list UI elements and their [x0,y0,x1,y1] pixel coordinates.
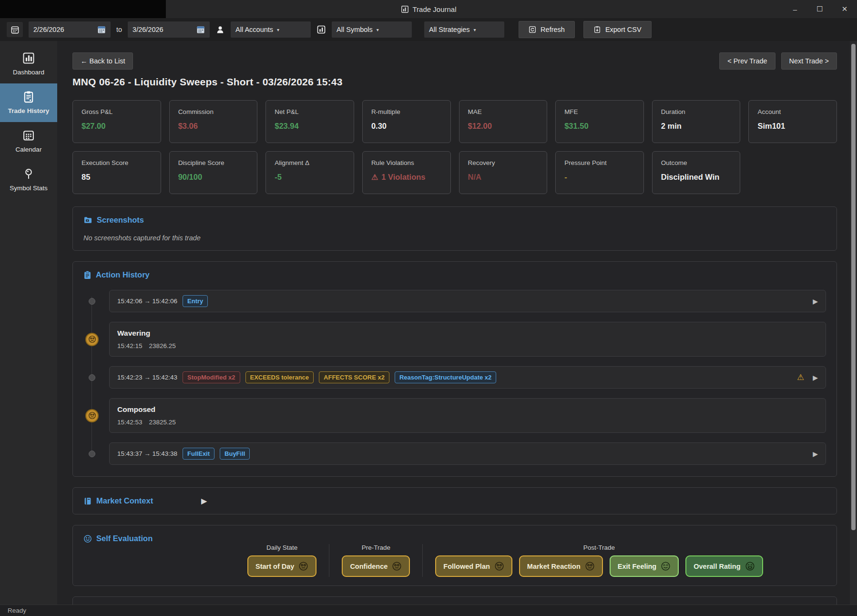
event-card[interactable]: 15:43:37 → 15:43:38 FullExit BuyFill ▶ [109,442,826,465]
event-state-title: Wavering [117,329,818,338]
worried-face-icon [85,333,99,346]
screenshots-empty-text: No screenshots captured for this trade [83,234,826,242]
market-context-panel: Market Context ▶ [72,487,837,514]
se-button-label: Exit Feeling [618,563,656,570]
neutral-face-icon [85,409,99,422]
next-trade-button[interactable]: Next Trade > [781,52,837,70]
event-time-range: 15:42:06 → 15:42:06 [117,298,177,305]
play-icon[interactable]: ▶ [813,298,818,305]
metric-card-net-pnl: Net P&L $23.94 [265,100,354,143]
date-picker-icon[interactable] [97,25,106,34]
play-icon[interactable]: ▶ [813,374,818,381]
date-to-input[interactable]: 3/26/2026 [128,21,210,38]
event-time: 15:42:53 [117,419,143,426]
refresh-icon [529,26,536,33]
accounts-dropdown[interactable]: All Accounts ▾ [231,21,311,38]
market-reaction-button[interactable]: Market Reaction [519,555,603,577]
event-price: 23826.25 [149,342,176,349]
neutral-face-icon [298,561,308,571]
clipboard-icon [83,270,92,279]
se-button-label: Confidence [350,563,388,570]
neutral-face-icon [494,561,504,571]
metric-card-rule-violations: Rule Violations ⚠ 1 Violations [362,151,451,194]
chevron-down-icon: ▾ [474,27,476,32]
self-evaluation-groups: Daily State Start of Day Pre-Trade Confi… [83,544,826,577]
event-badge: BuyFill [220,448,250,460]
sidebar: Dashboard Trade History Calendar Symbol … [0,41,57,605]
timeline-dot-icon [89,374,95,381]
date-picker-icon[interactable] [196,25,205,34]
window-title: Trade Journal [413,5,457,13]
trade-log-panel: Trade Log (Exit & Outcome) No trade log … [72,596,837,605]
maximize-icon[interactable]: ☐ [807,0,832,18]
se-button-label: Start of Day [255,563,294,570]
page-title: MNQ 06-26 - Liquidity Sweeps - Short - 0… [72,76,837,88]
vertical-scrollbar[interactable] [850,41,857,605]
timeline-event: Wavering 15:42:15 23826.25 [83,322,826,357]
timeline-event: 15:43:37 → 15:43:38 FullExit BuyFill ▶ [83,442,826,465]
overall-rating-button[interactable]: Overall Rating [685,555,763,577]
start-of-day-button[interactable]: Start of Day [247,555,316,577]
smiley-icon [83,534,92,543]
group-label: Daily State [266,544,297,551]
calendar-toolbar-button[interactable] [7,22,23,37]
symbols-chart-icon [316,25,326,34]
confidence-button[interactable]: Confidence [342,555,410,577]
refresh-label: Refresh [541,26,565,33]
strategies-dropdown[interactable]: All Strategies ▾ [424,21,504,38]
filter-toolbar: 2/26/2026 to 3/26/2026 All Accounts ▾ Al… [0,18,857,41]
se-group-pre-trade: Pre-Trade Confidence [329,544,422,577]
chevron-down-icon: ▾ [377,27,379,32]
event-time-range: 15:42:23 → 15:42:43 [117,374,177,381]
metric-card-execution-score: Execution Score 85 [72,151,161,194]
event-card[interactable]: Composed 15:42:53 23825.25 [109,398,826,433]
metric-card-alignment-delta: Alignment Δ -5 [265,151,354,194]
strategies-dropdown-value: All Strategies [429,26,469,33]
refresh-button[interactable]: Refresh [519,21,575,38]
metric-card-duration: Duration 2 min [652,100,741,143]
pin-icon [22,167,35,181]
expand-icon[interactable]: ▶ [201,497,207,505]
folder-icon [83,216,92,225]
minimize-icon[interactable]: – [783,0,807,18]
section-title: Screenshots [97,216,144,225]
timeline-dot-icon [89,298,95,305]
event-badge: ReasonTag:StructureUpdate x2 [395,371,496,383]
accounts-dropdown-value: All Accounts [235,26,273,33]
export-csv-button[interactable]: Export CSV [583,21,652,38]
symbols-dropdown[interactable]: All Symbols ▾ [332,21,412,38]
event-badge: Entry [183,295,208,307]
close-icon[interactable]: ✕ [832,0,857,18]
metrics-row-2: Execution Score 85 Discipline Score 90/1… [72,151,837,194]
section-title: Market Context [96,496,153,505]
event-badge: EXCEEDS tolerance [245,371,314,383]
prev-trade-button[interactable]: < Prev Trade [719,52,775,70]
metrics-row-1: Gross P&L $27.00 Commission $3.06 Net P&… [72,100,837,143]
action-timeline: 15:42:06 → 15:42:06 Entry ▶ Wavering [83,290,826,465]
self-evaluation-panel: Self Evaluation Daily State Start of Day… [72,525,837,586]
date-from-input[interactable]: 2/26/2026 [29,21,111,38]
event-card[interactable]: 15:42:23 → 15:42:43 StopModified x2 EXCE… [109,366,826,389]
event-card[interactable]: Wavering 15:42:15 23826.25 [109,322,826,357]
play-icon[interactable]: ▶ [813,450,818,458]
sidebar-item-dashboard[interactable]: Dashboard [0,45,57,83]
back-to-list-button[interactable]: ← Back to List [72,52,133,70]
se-group-post-trade: Post-Trade Followed Plan Market Reaction… [422,544,775,577]
date-to-value: 3/26/2026 [133,26,163,33]
export-label: Export CSV [605,26,642,33]
neutral-face-icon [392,561,402,571]
window-controls: – ☐ ✕ [783,0,857,18]
followed-plan-button[interactable]: Followed Plan [435,555,512,577]
export-icon [593,26,601,33]
metric-card-mfe: MFE $31.50 [555,100,644,143]
scrollbar-thumb[interactable] [851,44,856,530]
timeline-event: 15:42:23 → 15:42:43 StopModified x2 EXCE… [83,366,826,389]
exit-feeling-button[interactable]: Exit Feeling [610,555,679,577]
event-card[interactable]: 15:42:06 → 15:42:06 Entry ▶ [109,290,826,312]
sidebar-item-calendar[interactable]: Calendar [0,122,57,161]
smile-face-icon [661,561,671,571]
sidebar-item-trade-history[interactable]: Trade History [0,83,57,122]
sidebar-item-symbol-stats[interactable]: Symbol Stats [0,161,57,199]
grin-face-icon [745,561,755,571]
event-time-range: 15:43:37 → 15:43:38 [117,450,177,457]
